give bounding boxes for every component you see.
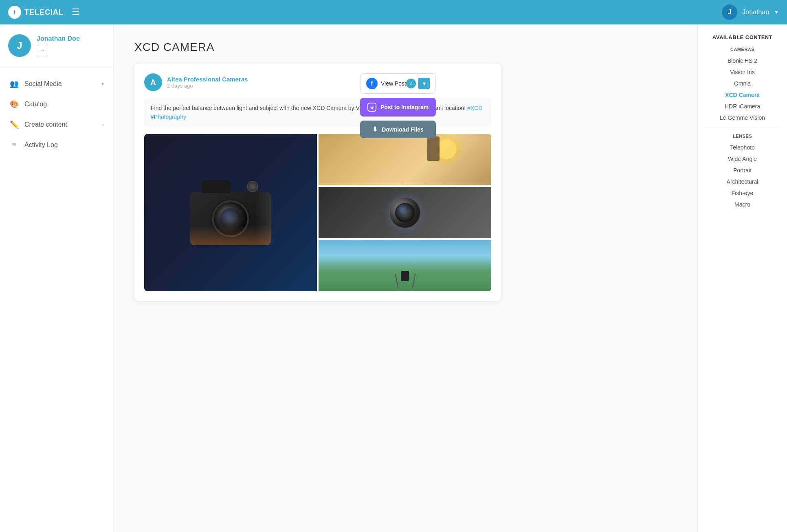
post-instagram-button[interactable]: ◎ Post to Instagram: [360, 98, 436, 117]
cameras-section-title: CAMERAS: [704, 47, 780, 52]
sidebar-label-social-media: Social Media: [24, 80, 62, 88]
lens-fish-eye[interactable]: Fish-eye: [704, 187, 780, 199]
post-header: A Altea Professional Cameras 2 days ago: [144, 73, 491, 91]
logo-letter: t: [13, 9, 16, 15]
post-image-person: [319, 134, 491, 185]
post-author-name: Altea Professional Cameras: [167, 76, 248, 83]
lenses-section-title: LENSES: [704, 134, 780, 138]
outdoor-image: [319, 240, 491, 291]
sidebar-label-activity-log: Activity Log: [24, 141, 58, 149]
expand-icon[interactable]: ▾: [418, 78, 430, 89]
view-post-button[interactable]: f View Post ✓ ▾: [360, 73, 436, 94]
navbar: t TELECIAL ☰ J Jonathan ▼: [0, 0, 787, 24]
hashtag2-text[interactable]: #Photography: [151, 114, 186, 120]
camera-le-gemme[interactable]: Le Gemme Vision: [704, 112, 780, 123]
navbar-right: J Jonathan ▼: [722, 4, 779, 20]
lens-macro[interactable]: Macro: [704, 199, 780, 210]
lens-image: [319, 187, 491, 238]
lens-telephoto[interactable]: Telephoto: [704, 142, 780, 153]
post-card: A Altea Professional Cameras 2 days ago …: [134, 64, 501, 301]
sidebar-profile: J Jonathan Doe →: [0, 34, 114, 67]
instagram-label: Post to Instagram: [380, 104, 429, 110]
sidebar: J Jonathan Doe → 👥 Social Media ▾ 🎨: [0, 24, 114, 532]
hamburger-menu[interactable]: ☰: [72, 7, 80, 18]
post-text: Find the perfect balance between light a…: [144, 98, 491, 128]
create-content-icon: ✏️: [10, 120, 19, 129]
camera-vision-iris[interactable]: Vision Iris: [704, 66, 780, 78]
chevron-right-icon: ›: [102, 122, 104, 128]
post-image-main: [144, 134, 317, 291]
post-author-info: Altea Professional Cameras 2 days ago: [167, 76, 248, 89]
nav-dropdown-arrow[interactable]: ▼: [774, 9, 779, 15]
activity-log-icon: ≡: [10, 141, 19, 149]
logo-icon: t: [8, 6, 21, 19]
sidebar-item-catalog[interactable]: 🎨 Catalog: [0, 94, 114, 114]
logo: t TELECIAL: [8, 6, 64, 19]
chevron-down-icon: ▾: [101, 81, 104, 87]
action-panel: f View Post ✓ ▾ ◎ Post to Instagram ⬇ Do…: [360, 73, 436, 138]
sidebar-user-info: Jonathan Doe →: [37, 35, 80, 56]
social-media-icon: 👥: [10, 79, 19, 88]
camera-image: [144, 134, 317, 291]
download-icon: ⬇: [372, 125, 378, 133]
page-title: XCD CAMERA: [134, 41, 681, 54]
sidebar-item-create-content[interactable]: ✏️ Create content ›: [0, 114, 114, 135]
camera-hdr-icamera[interactable]: HDR iCamera: [704, 101, 780, 112]
app-name: TELECIAL: [24, 8, 64, 17]
nav-user-avatar: J: [722, 4, 737, 20]
hashtag1[interactable]: #XCD: [467, 105, 482, 111]
nav-user-name: Jonathan: [742, 9, 769, 16]
right-panel: AVAILABLE CONTENT CAMERAS Bionic HS 2 Vi…: [697, 24, 787, 532]
download-label: Download Files: [382, 126, 424, 133]
sidebar-nav: 👥 Social Media ▾ 🎨 Catalog ✏️ Create con…: [0, 67, 114, 161]
navbar-left: t TELECIAL ☰: [8, 6, 80, 19]
available-content-title: AVAILABLE CONTENT: [704, 34, 780, 40]
divider: [704, 128, 780, 128]
post-images: [144, 134, 491, 291]
post-time: 2 days ago: [167, 83, 248, 89]
check-icon: ✓: [406, 79, 416, 88]
download-files-button[interactable]: ⬇ Download Files: [360, 121, 436, 138]
lens-portrait[interactable]: Portrait: [704, 165, 780, 176]
logout-icon: →: [40, 47, 45, 54]
post-image-outdoor: [319, 240, 491, 291]
camera-omnia[interactable]: Omnia: [704, 78, 780, 89]
lens-wide-angle[interactable]: Wide Angle: [704, 153, 780, 165]
sidebar-label-create-content: Create content: [24, 121, 67, 128]
view-post-label: View Post: [381, 80, 406, 87]
logout-button[interactable]: →: [37, 45, 48, 56]
camera-xcd[interactable]: XCD Camera: [704, 89, 780, 101]
layout: J Jonathan Doe → 👥 Social Media ▾ 🎨: [0, 24, 787, 532]
post-image-lens: [319, 187, 491, 238]
post-author-avatar: A: [144, 73, 162, 91]
lens-architectural[interactable]: Architectural: [704, 176, 780, 187]
sidebar-user-name: Jonathan Doe: [37, 35, 80, 42]
person-image: [319, 134, 491, 185]
catalog-icon: 🎨: [10, 100, 19, 109]
facebook-icon: f: [366, 78, 378, 89]
sidebar-item-social-media[interactable]: 👥 Social Media ▾: [0, 74, 114, 94]
camera-bionic-hs2[interactable]: Bionic HS 2: [704, 55, 780, 66]
lens-art: [389, 196, 421, 229]
instagram-icon: ◎: [367, 103, 376, 112]
sidebar-label-catalog: Catalog: [24, 101, 47, 108]
sidebar-item-activity-log[interactable]: ≡ Activity Log: [0, 135, 114, 155]
sidebar-avatar: J: [8, 34, 31, 57]
